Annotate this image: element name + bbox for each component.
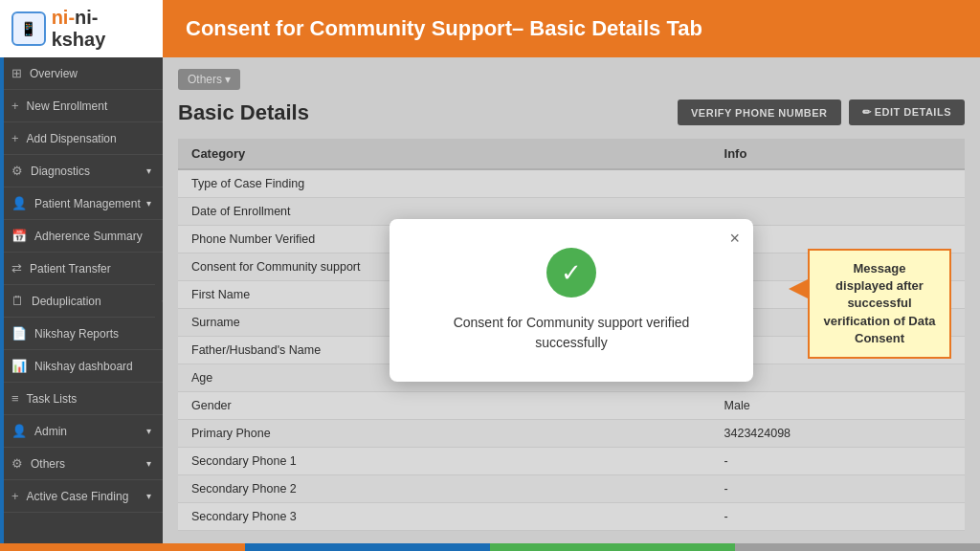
chevron-down-icon: ▾ <box>146 426 151 436</box>
logo-text: ni-ni-kshay <box>52 7 151 51</box>
logo-accent: ni- <box>52 7 75 28</box>
plus-icon: + <box>11 131 19 145</box>
sidebar-item-adherence-summary[interactable]: 📅 Adherence Summary <box>0 220 163 253</box>
chevron-down-icon: ▾ <box>146 198 151 209</box>
sidebar: ⊞ Overview + New Enrollment + Add Dispen… <box>0 57 163 543</box>
chevron-down-icon: ▾ <box>146 491 151 501</box>
sidebar-collapse-button[interactable]: ‹ <box>155 281 163 320</box>
admin-icon: 👤 <box>11 424 27 438</box>
chevron-down-icon: ▾ <box>146 458 151 469</box>
sidebar-item-others[interactable]: ⚙ Others ▾ <box>0 448 163 480</box>
plus-icon: + <box>11 489 19 503</box>
annotation-text: Message displayed after successful verif… <box>823 261 935 345</box>
sidebar-item-deduplication[interactable]: 🗒 Deduplication <box>0 285 163 318</box>
sidebar-item-nikshay-dashboard[interactable]: 📊 Nikshay dashboard <box>0 350 163 383</box>
sidebar-item-nikshay-reports[interactable]: 📄 Nikshay Reports <box>0 318 163 350</box>
sidebar-item-active-case-finding[interactable]: + Active Case Finding ▾ <box>0 480 163 513</box>
sidebar-item-overview[interactable]: ⊞ Overview <box>0 57 163 90</box>
modal-message: Consent for Community support verified s… <box>428 313 715 353</box>
gear-icon: ⚙ <box>11 164 23 178</box>
sidebar-item-patient-management[interactable]: 👤 Patient Management ▾ <box>0 187 163 220</box>
overview-icon: ⊞ <box>11 66 22 80</box>
sidebar-item-diagnostics[interactable]: ⚙ Diagnostics ▾ <box>0 155 163 187</box>
calendar-icon: 📅 <box>11 229 27 243</box>
header-title: Consent for Community Support– Basic Det… <box>186 16 702 41</box>
success-modal: × ✓ Consent for Community support verifi… <box>390 219 753 382</box>
sidebar-item-patient-transfer[interactable]: ⇄ Patient Transfer <box>0 253 163 285</box>
dashboard-icon: 📊 <box>11 359 27 373</box>
user-icon: 👤 <box>11 196 27 210</box>
sidebar-item-task-lists[interactable]: ≡ Task Lists <box>0 383 163 415</box>
sidebar-item-new-enrollment[interactable]: + New Enrollment <box>0 90 163 122</box>
sidebar-accent <box>0 57 4 543</box>
sidebar-item-admin[interactable]: 👤 Admin ▾ <box>0 415 163 448</box>
logo-icon: 📱 <box>11 11 46 46</box>
strip-blue <box>245 543 490 551</box>
callout-annotation: Message displayed after successful verif… <box>808 249 951 359</box>
success-icon: ✓ <box>546 248 596 298</box>
list-icon: ≡ <box>11 391 19 406</box>
logo-area: 📱 ni-ni-kshay <box>0 0 163 57</box>
chevron-down-icon: ▾ <box>146 165 151 176</box>
strip-gray <box>735 543 980 551</box>
doc-icon: 🗒 <box>11 294 24 308</box>
content-area: Others ▾ Basic Details VERIFY PHONE NUMB… <box>163 57 980 543</box>
strip-orange <box>0 543 245 551</box>
report-icon: 📄 <box>11 326 27 341</box>
others-icon: ⚙ <box>11 456 23 471</box>
transfer-icon: ⇄ <box>11 261 22 276</box>
header-title-bar: Consent for Community Support– Basic Det… <box>163 0 980 57</box>
modal-close-button[interactable]: × <box>729 229 740 249</box>
plus-icon: + <box>11 99 19 113</box>
sidebar-item-add-dispensation[interactable]: + Add Dispensation <box>0 122 163 155</box>
strip-green <box>490 543 735 551</box>
bottom-strip <box>0 543 980 551</box>
